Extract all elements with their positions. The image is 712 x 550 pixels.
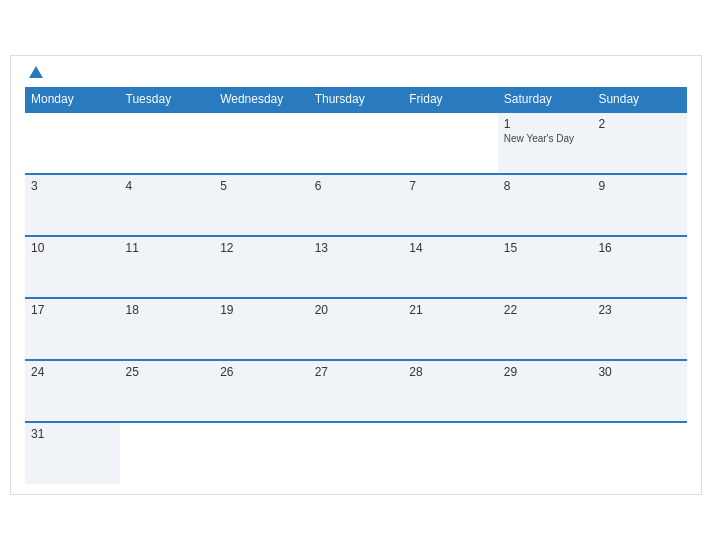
calendar-cell — [403, 422, 498, 484]
day-number: 9 — [598, 179, 681, 193]
day-number: 17 — [31, 303, 114, 317]
calendar-container: MondayTuesdayWednesdayThursdayFridaySatu… — [10, 55, 702, 495]
weekday-header-wednesday: Wednesday — [214, 87, 309, 112]
calendar-cell: 1New Year's Day — [498, 112, 593, 174]
calendar-week-row-0: 1New Year's Day2 — [25, 112, 687, 174]
day-number: 23 — [598, 303, 681, 317]
calendar-cell: 13 — [309, 236, 404, 298]
day-number: 27 — [315, 365, 398, 379]
day-number: 13 — [315, 241, 398, 255]
calendar-week-row-2: 10111213141516 — [25, 236, 687, 298]
calendar-cell: 20 — [309, 298, 404, 360]
calendar-cell — [120, 112, 215, 174]
calendar-week-row-4: 24252627282930 — [25, 360, 687, 422]
calendar-cell: 24 — [25, 360, 120, 422]
calendar-cell — [309, 112, 404, 174]
day-number: 31 — [31, 427, 114, 441]
day-number: 7 — [409, 179, 492, 193]
calendar-cell: 25 — [120, 360, 215, 422]
day-number: 12 — [220, 241, 303, 255]
calendar-cell: 22 — [498, 298, 593, 360]
calendar-cell — [214, 112, 309, 174]
day-number: 18 — [126, 303, 209, 317]
day-number: 29 — [504, 365, 587, 379]
calendar-cell — [214, 422, 309, 484]
calendar-cell: 15 — [498, 236, 593, 298]
calendar-cell: 19 — [214, 298, 309, 360]
calendar-week-row-1: 3456789 — [25, 174, 687, 236]
calendar-cell: 30 — [592, 360, 687, 422]
day-number: 25 — [126, 365, 209, 379]
calendar-cell: 26 — [214, 360, 309, 422]
day-number: 5 — [220, 179, 303, 193]
calendar-cell — [120, 422, 215, 484]
day-number: 3 — [31, 179, 114, 193]
day-number: 24 — [31, 365, 114, 379]
day-number: 15 — [504, 241, 587, 255]
calendar-cell: 11 — [120, 236, 215, 298]
calendar-cell: 10 — [25, 236, 120, 298]
calendar-cell — [309, 422, 404, 484]
calendar-cell — [403, 112, 498, 174]
weekday-header-sunday: Sunday — [592, 87, 687, 112]
weekday-header-friday: Friday — [403, 87, 498, 112]
weekday-header-monday: Monday — [25, 87, 120, 112]
calendar-cell: 16 — [592, 236, 687, 298]
logo-triangle-icon — [29, 66, 43, 78]
calendar-body: 1New Year's Day2345678910111213141516171… — [25, 112, 687, 484]
calendar-cell: 23 — [592, 298, 687, 360]
calendar-cell: 6 — [309, 174, 404, 236]
day-number: 14 — [409, 241, 492, 255]
calendar-thead: MondayTuesdayWednesdayThursdayFridaySatu… — [25, 87, 687, 112]
calendar-week-row-3: 17181920212223 — [25, 298, 687, 360]
weekday-header-thursday: Thursday — [309, 87, 404, 112]
calendar-cell — [25, 112, 120, 174]
day-number: 8 — [504, 179, 587, 193]
weekday-header-tuesday: Tuesday — [120, 87, 215, 112]
calendar-week-row-5: 31 — [25, 422, 687, 484]
calendar-cell: 18 — [120, 298, 215, 360]
calendar-cell: 8 — [498, 174, 593, 236]
day-number: 4 — [126, 179, 209, 193]
day-number: 10 — [31, 241, 114, 255]
calendar-header — [25, 66, 687, 79]
calendar-cell: 31 — [25, 422, 120, 484]
logo — [25, 66, 45, 79]
day-number: 21 — [409, 303, 492, 317]
calendar-cell: 2 — [592, 112, 687, 174]
calendar-cell: 28 — [403, 360, 498, 422]
calendar-cell: 4 — [120, 174, 215, 236]
calendar-cell: 12 — [214, 236, 309, 298]
weekday-header-row: MondayTuesdayWednesdayThursdayFridaySatu… — [25, 87, 687, 112]
calendar-table: MondayTuesdayWednesdayThursdayFridaySatu… — [25, 87, 687, 484]
day-number: 6 — [315, 179, 398, 193]
calendar-cell: 9 — [592, 174, 687, 236]
holiday-label: New Year's Day — [504, 133, 587, 144]
day-number: 1 — [504, 117, 587, 131]
day-number: 30 — [598, 365, 681, 379]
day-number: 22 — [504, 303, 587, 317]
calendar-cell: 3 — [25, 174, 120, 236]
calendar-cell: 27 — [309, 360, 404, 422]
day-number: 2 — [598, 117, 681, 131]
weekday-header-saturday: Saturday — [498, 87, 593, 112]
calendar-cell: 7 — [403, 174, 498, 236]
calendar-cell: 14 — [403, 236, 498, 298]
calendar-cell: 17 — [25, 298, 120, 360]
calendar-cell — [498, 422, 593, 484]
day-number: 19 — [220, 303, 303, 317]
day-number: 26 — [220, 365, 303, 379]
calendar-cell: 5 — [214, 174, 309, 236]
calendar-cell — [592, 422, 687, 484]
day-number: 11 — [126, 241, 209, 255]
day-number: 20 — [315, 303, 398, 317]
calendar-cell: 29 — [498, 360, 593, 422]
day-number: 16 — [598, 241, 681, 255]
calendar-cell: 21 — [403, 298, 498, 360]
day-number: 28 — [409, 365, 492, 379]
